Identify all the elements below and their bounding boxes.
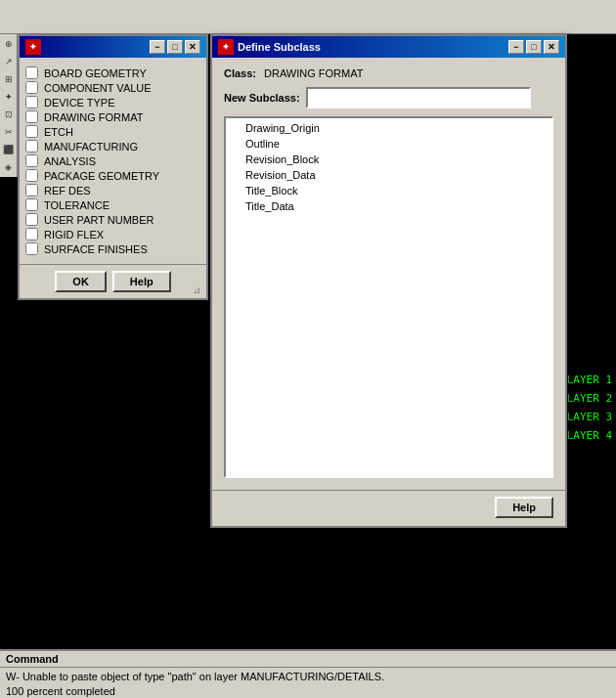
define-minimize-button[interactable]: −: [508, 40, 524, 54]
subclass-item[interactable]: Title_Data: [226, 198, 551, 214]
layer-label-4: LAYER 4: [563, 427, 616, 444]
checkbox-comp_value[interactable]: [25, 81, 38, 94]
command-area: Command W- Unable to paste object of typ…: [0, 649, 616, 698]
subclass-item[interactable]: Outline: [226, 136, 551, 152]
toolbar-icon-8[interactable]: ◈: [1, 159, 17, 175]
close-button[interactable]: ✕: [185, 40, 200, 54]
checkbox-item-package_geom: PACKAGE GEOMETRY: [25, 168, 200, 183]
resize-handle[interactable]: ⊿: [193, 284, 204, 296]
checkbox-item-comp_value: COMPONENT VALUE: [25, 80, 200, 95]
newsubclass-label: New Subclass:: [224, 92, 300, 104]
define-dialog-title: Define Subclass: [238, 41, 321, 53]
subclass-item[interactable]: Drawing_Origin: [226, 120, 551, 136]
titlebar-buttons: − □ ✕: [150, 40, 200, 54]
checkbox-item-ref_des: REF DES: [25, 183, 200, 197]
class-selection-dialog: ✦ − □ ✕ BOARD GEOMETRYCOMPONENT VALUEDEV…: [18, 34, 208, 300]
checkbox-item-board_geom: BOARD GEOMETRY: [25, 65, 200, 80]
checkbox-label-surface_finishes: SURFACE FINISHES: [44, 243, 148, 255]
status-line-2: 100 percent completed: [0, 685, 616, 698]
minimize-button[interactable]: −: [150, 40, 165, 54]
help-button-define[interactable]: Help: [495, 497, 553, 518]
checkbox-item-rigid_flex: RIGID FLEX: [25, 227, 200, 241]
layer-label-3: LAYER 3: [563, 409, 616, 425]
checkbox-user_part_num[interactable]: [25, 213, 38, 226]
checkbox-label-device_type: DEVICE TYPE: [44, 97, 115, 109]
define-dialog-content: Class: DRAWING FORMAT New Subclass: Draw…: [212, 58, 565, 490]
checkbox-item-user_part_num: USER PART NUMBER: [25, 212, 200, 227]
checkbox-item-device_type: DEVICE TYPE: [25, 95, 200, 109]
titlebar-left: ✦: [25, 39, 41, 55]
define-subclass-dialog: ✦ Define Subclass − □ ✕ Class: DRAWING F…: [210, 34, 567, 528]
toolbar-icon-4[interactable]: ✦: [1, 89, 17, 105]
checkbox-label-rigid_flex: RIGID FLEX: [44, 229, 104, 240]
layer-label-1: LAYER 1: [563, 371, 616, 388]
checkbox-package_geom[interactable]: [25, 169, 38, 182]
class-dialog-footer: OK Help: [20, 264, 206, 298]
checkbox-label-comp_value: COMPONENT VALUE: [44, 82, 152, 94]
top-toolbar: [0, 0, 616, 34]
define-titlebar-buttons: − □ ✕: [508, 40, 559, 54]
checkbox-analysis[interactable]: [25, 154, 38, 167]
checkbox-item-etch: ETCH: [25, 124, 200, 139]
checkbox-label-user_part_num: USER PART NUMBER: [44, 214, 154, 226]
class-dialog-titlebar: ✦ − □ ✕: [20, 36, 206, 58]
checkbox-device_type[interactable]: [25, 96, 38, 109]
subclass-item[interactable]: Revision_Block: [226, 152, 551, 167]
checkbox-label-etch: ETCH: [44, 126, 73, 138]
define-app-icon: ✦: [218, 39, 234, 55]
subclass-item[interactable]: Title_Block: [226, 183, 551, 198]
checkbox-item-drawing_format: DRAWING FORMAT: [25, 109, 200, 124]
toolbar-icon-1[interactable]: ⊕: [1, 36, 17, 52]
status-line-1: W- Unable to paste object of type "path"…: [0, 668, 616, 685]
maximize-button[interactable]: □: [167, 40, 183, 54]
ok-button[interactable]: OK: [55, 271, 107, 292]
checkbox-label-package_geom: PACKAGE GEOMETRY: [44, 170, 159, 182]
toolbar-icon-2[interactable]: ↗: [1, 54, 17, 69]
checkbox-label-tolerance: TOLERANCE: [44, 199, 110, 211]
newsubclass-row: New Subclass:: [224, 87, 553, 109]
subclass-item[interactable]: Revision_Data: [226, 167, 551, 183]
checkbox-tolerance[interactable]: [25, 198, 38, 211]
toolbar-icon-3[interactable]: ⊞: [1, 71, 17, 87]
checkbox-surface_finishes[interactable]: [25, 242, 38, 255]
left-toolbar: ⊕ ↗ ⊞ ✦ ⊡ ✂ ⬛ ◈: [0, 34, 18, 177]
subclass-list[interactable]: Drawing_OriginOutlineRevision_BlockRevis…: [224, 116, 553, 478]
class-list-container: BOARD GEOMETRYCOMPONENT VALUEDEVICE TYPE…: [20, 58, 206, 264]
checkbox-label-manufacturing: MANUFACTURING: [44, 141, 138, 153]
checkbox-ref_des[interactable]: [25, 184, 38, 196]
command-label: Command: [6, 653, 59, 665]
checkbox-etch[interactable]: [25, 125, 38, 138]
checkbox-drawing_format[interactable]: [25, 110, 38, 123]
define-titlebar-left: ✦ Define Subclass: [218, 39, 321, 55]
checkbox-item-tolerance: TOLERANCE: [25, 197, 200, 212]
checkbox-label-ref_des: REF DES: [44, 185, 91, 196]
define-close-button[interactable]: ✕: [544, 40, 559, 54]
checkbox-item-surface_finishes: SURFACE FINISHES: [25, 241, 200, 256]
define-dialog-footer: Help: [212, 490, 565, 526]
define-titlebar: ✦ Define Subclass − □ ✕: [212, 36, 565, 58]
class-row: Class: DRAWING FORMAT: [224, 67, 553, 79]
help-button-left[interactable]: Help: [112, 271, 171, 292]
app-icon: ✦: [25, 39, 41, 55]
checkbox-label-analysis: ANALYSIS: [44, 155, 96, 167]
layer-labels: LAYER 1LAYER 2LAYER 3LAYER 4: [563, 371, 616, 444]
checkbox-label-board_geom: BOARD GEOMETRY: [44, 67, 147, 79]
checkbox-rigid_flex[interactable]: [25, 228, 38, 240]
command-bar: Command: [0, 651, 616, 668]
layer-label-2: LAYER 2: [563, 390, 616, 407]
checkbox-manufacturing[interactable]: [25, 140, 38, 153]
toolbar-icon-5[interactable]: ⊡: [1, 107, 17, 122]
class-value: DRAWING FORMAT: [264, 67, 363, 79]
define-maximize-button[interactable]: □: [526, 40, 542, 54]
checkbox-item-manufacturing: MANUFACTURING: [25, 139, 200, 153]
checkbox-item-analysis: ANALYSIS: [25, 153, 200, 168]
newsubclass-input[interactable]: [306, 87, 531, 109]
checkbox-board_geom[interactable]: [25, 66, 38, 79]
toolbar-icon-6[interactable]: ✂: [1, 124, 17, 140]
toolbar-icon-7[interactable]: ⬛: [1, 142, 17, 157]
class-label: Class:: [224, 67, 256, 79]
checkbox-label-drawing_format: DRAWING FORMAT: [44, 111, 143, 123]
